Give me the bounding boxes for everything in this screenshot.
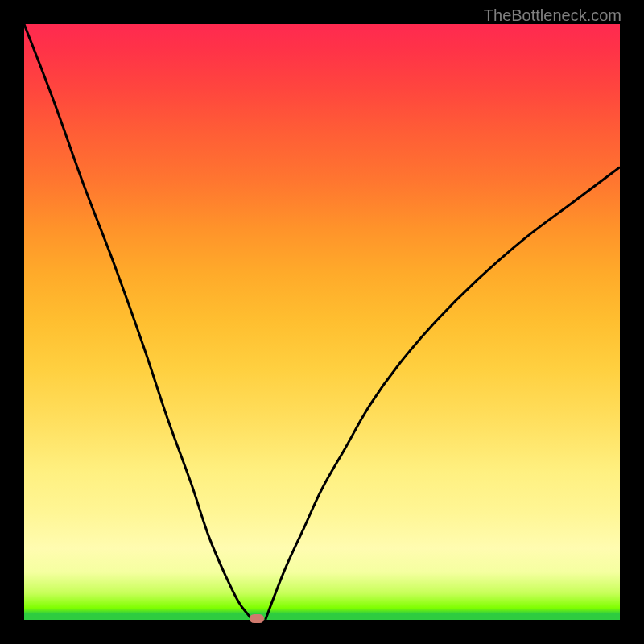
chart-container: TheBottleneck.com bbox=[0, 0, 644, 644]
curve-layer bbox=[24, 24, 620, 620]
minimum-marker bbox=[250, 614, 264, 623]
left-curve bbox=[24, 24, 252, 620]
plot-area bbox=[24, 24, 620, 620]
right-curve bbox=[266, 167, 620, 620]
watermark-text: TheBottleneck.com bbox=[484, 6, 621, 25]
